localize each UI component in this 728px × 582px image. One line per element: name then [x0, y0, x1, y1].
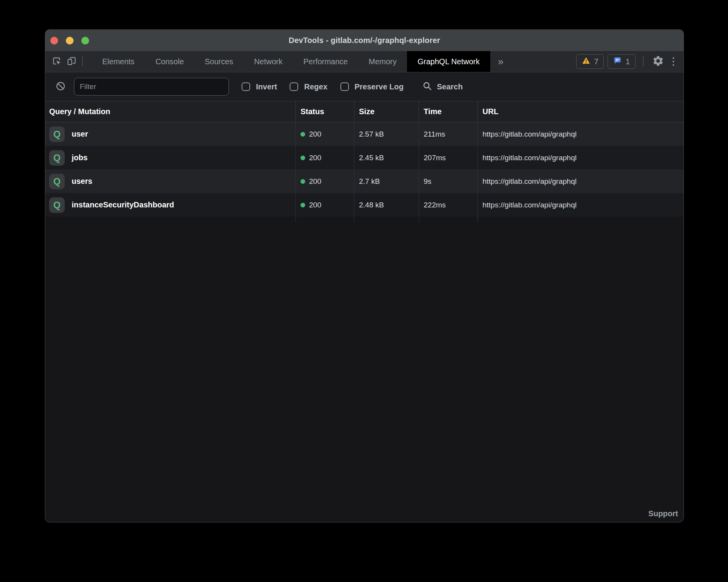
- url-cell: https://gitlab.com/api/graphql: [478, 169, 683, 193]
- url-cell: https://gitlab.com/api/graphql: [478, 146, 683, 169]
- query-type-badge: Q: [49, 127, 65, 142]
- panel-tab[interactable]: GraphQL Network: [407, 51, 490, 72]
- size-cell: 2.45 kB: [354, 146, 419, 169]
- inspect-element-icon: [52, 56, 62, 67]
- query-type-badge: Q: [49, 197, 65, 213]
- kebab-menu-button[interactable]: [670, 54, 678, 69]
- query-cell: Q user: [45, 122, 296, 146]
- panel-tab[interactable]: Console: [145, 51, 194, 72]
- panel-tab[interactable]: Sources: [194, 51, 244, 72]
- issues-icon: [613, 56, 622, 67]
- close-button[interactable]: [50, 37, 58, 45]
- time-cell: 207ms: [419, 146, 478, 169]
- time-cell: 222ms: [419, 193, 478, 217]
- block-icon: [55, 81, 66, 92]
- time-cell: 9s: [419, 169, 478, 193]
- status-code: 200: [309, 201, 321, 209]
- table-body: Q user 200 2.57 kB 211ms https://gitlab.…: [45, 122, 683, 217]
- query-name: users: [72, 177, 92, 186]
- checkbox-box[interactable]: [340, 82, 349, 91]
- filter-toolbar: Invert Regex Preserve Log Search: [45, 72, 683, 101]
- status-cell: 200: [296, 169, 354, 193]
- filter-checkbox[interactable]: Regex: [290, 82, 327, 91]
- chevron-double-right-icon: »: [498, 56, 503, 68]
- clear-button[interactable]: [53, 79, 68, 94]
- panel-tab[interactable]: Network: [244, 51, 293, 72]
- search-label: Search: [437, 82, 463, 91]
- checkbox-label: Invert: [256, 82, 277, 91]
- checkbox-box[interactable]: [242, 82, 250, 91]
- panel-tab-label: Console: [155, 57, 184, 66]
- checkbox-label: Preserve Log: [355, 82, 404, 91]
- support-link[interactable]: Support: [648, 509, 678, 518]
- column-header: Size: [354, 101, 419, 122]
- device-toolbar-button[interactable]: [64, 54, 79, 69]
- toolbar-divider: [82, 56, 83, 67]
- more-tabs-button[interactable]: »: [490, 51, 511, 72]
- panel-tab-label: Sources: [205, 57, 233, 66]
- panel-tab-label: Network: [254, 57, 282, 66]
- column-header: Status: [296, 101, 354, 122]
- table-row[interactable]: Q users 200 2.7 kB 9s https://gitlab.com…: [45, 169, 683, 193]
- status-ok-dot: [300, 132, 305, 137]
- warning-icon: [582, 56, 591, 67]
- query-name: jobs: [72, 153, 88, 162]
- devtools-window: DevTools - gitlab.com/-/graphql-explorer: [45, 29, 684, 522]
- panel-tab[interactable]: Memory: [358, 51, 407, 72]
- panel-tab-label: Performance: [304, 57, 348, 66]
- search-button[interactable]: Search: [420, 80, 465, 93]
- status-code: 200: [309, 177, 321, 186]
- size-cell: 2.7 kB: [354, 169, 419, 193]
- query-cell: Q jobs: [45, 146, 296, 169]
- panel-tab-label: GraphQL Network: [417, 57, 479, 66]
- panel-tab-label: Elements: [102, 57, 134, 66]
- status-cell: 200: [296, 146, 354, 169]
- device-toolbar-icon: [66, 56, 77, 67]
- issues-button[interactable]: 1: [608, 54, 635, 69]
- size-cell: 2.57 kB: [354, 122, 419, 146]
- status-code: 200: [309, 154, 321, 162]
- search-icon: [422, 81, 432, 93]
- column-divider-stubs: [45, 217, 683, 222]
- table-row[interactable]: Q instanceSecurityDashboard 200 2.48 kB …: [45, 193, 683, 217]
- warning-count: 7: [594, 57, 598, 66]
- url-cell: https://gitlab.com/api/graphql: [478, 122, 683, 146]
- status-code: 200: [309, 130, 321, 139]
- query-type-badge: Q: [49, 150, 65, 166]
- filter-input[interactable]: [74, 78, 229, 96]
- settings-button[interactable]: [651, 54, 666, 69]
- fullscreen-button[interactable]: [81, 37, 89, 45]
- query-cell: Q users: [45, 169, 296, 193]
- status-ok-dot: [300, 156, 305, 160]
- warnings-button[interactable]: 7: [576, 54, 604, 69]
- table-row[interactable]: Q user 200 2.57 kB 211ms https://gitlab.…: [45, 122, 683, 146]
- filter-checkbox[interactable]: Preserve Log: [340, 82, 404, 91]
- status-ok-dot: [300, 179, 305, 184]
- column-header: Time: [419, 101, 478, 122]
- devtools-tabbar: Elements Console Sources Network Perform…: [45, 51, 683, 72]
- titlebar: DevTools - gitlab.com/-/graphql-explorer: [45, 30, 683, 51]
- query-name: instanceSecurityDashboard: [72, 200, 174, 209]
- kebab-menu-icon: [673, 57, 675, 66]
- status-ok-dot: [300, 203, 305, 207]
- status-cell: 200: [296, 193, 354, 217]
- panel-tabs: Elements Console Sources Network Perform…: [92, 51, 490, 72]
- checkbox-label: Regex: [304, 82, 327, 91]
- column-header: Query / Mutation: [45, 101, 296, 122]
- url-cell: https://gitlab.com/api/graphql: [478, 193, 683, 217]
- query-type-badge: Q: [49, 174, 65, 189]
- filter-checkbox[interactable]: Invert: [242, 82, 277, 91]
- minimize-button[interactable]: [66, 37, 74, 45]
- table-row[interactable]: Q jobs 200 2.45 kB 207ms https://gitlab.…: [45, 146, 683, 169]
- gear-icon: [652, 55, 664, 68]
- size-cell: 2.48 kB: [354, 193, 419, 217]
- status-cell: 200: [296, 122, 354, 146]
- checkbox-box[interactable]: [290, 82, 298, 91]
- query-cell: Q instanceSecurityDashboard: [45, 193, 296, 217]
- window-title: DevTools - gitlab.com/-/graphql-explorer: [288, 36, 440, 45]
- issue-count: 1: [625, 57, 630, 66]
- panel-tab[interactable]: Performance: [293, 51, 359, 72]
- inspect-element-button[interactable]: [49, 54, 64, 69]
- time-cell: 211ms: [419, 122, 478, 146]
- panel-tab[interactable]: Elements: [92, 51, 145, 72]
